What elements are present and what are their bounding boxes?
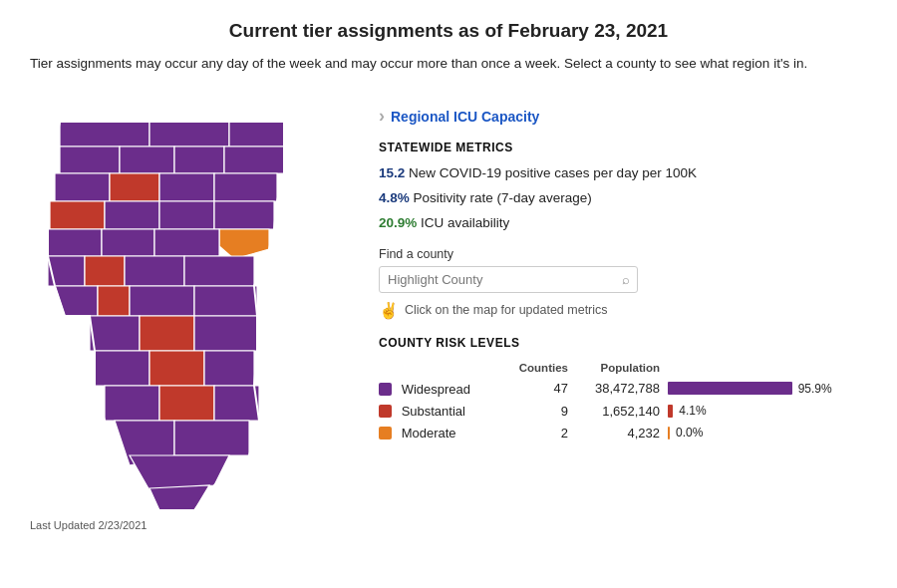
map-region-r6-2[interactable] <box>85 256 125 286</box>
map-region-r7-2[interactable] <box>98 286 130 316</box>
metric-icu-label: ICU availability <box>421 215 509 230</box>
population-count: 38,472,788 <box>576 378 668 400</box>
population-count: 1,652,140 <box>576 400 668 422</box>
metric-cases-label: New COVID-19 positive cases per day per … <box>409 165 697 180</box>
bar-cell: 4.1% <box>668 400 867 422</box>
risk-table: Counties Population Widespread 47 38,472… <box>379 360 867 443</box>
tier-label: Substantial <box>402 404 465 419</box>
map-region-r10-3[interactable] <box>214 386 259 421</box>
bar-pct: 95.9% <box>798 382 832 396</box>
bar-pct: 4.1% <box>679 404 706 418</box>
map-region-r3-1[interactable] <box>55 173 110 201</box>
map-region-r4-4[interactable] <box>214 201 274 229</box>
map-region-r9-1[interactable] <box>95 351 150 386</box>
risk-table-row: Widespread 47 38,472,788 95.9% <box>379 378 867 400</box>
search-input[interactable] <box>379 266 638 293</box>
right-panel: › Regional ICU Capacity STATEWIDE METRIC… <box>379 92 867 443</box>
tier-swatch <box>379 383 392 396</box>
tier-label: Widespread <box>402 382 470 397</box>
hand-icon: ✌ <box>379 301 399 320</box>
map-region-r2-4[interactable] <box>224 147 284 173</box>
map-region-r2-1[interactable] <box>60 147 120 173</box>
map-region-r6-4[interactable] <box>184 256 254 286</box>
bar-cell: 0.0% <box>668 422 867 443</box>
map-region-r5-moderate[interactable] <box>219 229 269 259</box>
bar-wrapper: 4.1% <box>668 404 859 418</box>
metric-positivity-label: Positivity rate (7-day average) <box>414 190 592 205</box>
find-county-label: Find a county <box>379 247 867 261</box>
map-region-r3-2[interactable] <box>110 173 159 201</box>
map-region-r4-3[interactable] <box>159 201 214 229</box>
metric-icu: 20.9% ICU availability <box>379 214 867 233</box>
metric-icu-value: 20.9% <box>379 215 417 230</box>
page-title: Current tier assignments as of February … <box>30 20 867 42</box>
metric-positivity-value: 4.8% <box>379 190 410 205</box>
counties-count: 2 <box>504 422 576 443</box>
col-counties: Counties <box>504 360 576 378</box>
risk-table-row: Substantial 9 1,652,140 4.1% <box>379 400 867 422</box>
county-risk-title: COUNTY RISK LEVELS <box>379 336 867 350</box>
map-region-r8-2[interactable] <box>140 316 194 351</box>
map-region-r2-2[interactable] <box>120 147 174 173</box>
col-bar <box>668 360 867 378</box>
map-region-north2[interactable] <box>150 122 229 147</box>
bar-pct: 0.0% <box>676 426 703 440</box>
map-region-r8-3[interactable] <box>194 316 257 351</box>
map-region-r7-3[interactable] <box>130 286 194 316</box>
counties-count: 9 <box>504 400 576 422</box>
metric-cases: 15.2 New COVID-19 positive cases per day… <box>379 164 867 183</box>
icu-link-text: Regional ICU Capacity <box>391 109 539 125</box>
map-region-r4-2[interactable] <box>105 201 159 229</box>
statewide-section-title: STATEWIDE METRICS <box>379 141 867 154</box>
map-region-r9-2[interactable] <box>150 351 204 386</box>
map-region-r4-1[interactable] <box>50 201 105 229</box>
bar <box>668 427 670 440</box>
map-region-r5-3[interactable] <box>154 229 219 256</box>
bar <box>668 405 673 418</box>
search-wrapper: ⌕ <box>379 266 638 293</box>
map-region-r3-4[interactable] <box>214 173 277 201</box>
icu-capacity-link[interactable]: › Regional ICU Capacity <box>379 106 867 127</box>
map-container: Last Updated 2/23/2021 <box>30 92 349 531</box>
map-region-r10-1[interactable] <box>105 386 159 421</box>
california-map[interactable] <box>30 92 339 510</box>
county-risk-section: COUNTY RISK LEVELS Counties Population W… <box>379 336 867 443</box>
last-updated: Last Updated 2/23/2021 <box>30 519 349 531</box>
col-population: Population <box>576 360 668 378</box>
map-region-r8-1[interactable] <box>90 316 140 351</box>
arrow-icon: › <box>379 106 385 127</box>
page-subtitle: Tier assignments may occur any day of th… <box>30 54 867 74</box>
bar-wrapper: 95.9% <box>668 382 859 396</box>
map-region-r9-3[interactable] <box>204 351 254 386</box>
tier-name-cell: Moderate <box>379 422 504 443</box>
bar <box>668 382 792 395</box>
search-icon: ⌕ <box>622 272 630 287</box>
map-region-north[interactable] <box>60 122 150 147</box>
map-region-r7-1[interactable] <box>55 286 98 316</box>
map-region-r2-3[interactable] <box>174 147 224 173</box>
tier-label: Moderate <box>402 426 456 441</box>
bar-wrapper: 0.0% <box>668 426 859 440</box>
map-region-r5-2[interactable] <box>102 229 154 256</box>
metric-positivity: 4.8% Positivity rate (7-day average) <box>379 189 867 208</box>
map-region-r3-3[interactable] <box>159 173 214 201</box>
bar-cell: 95.9% <box>668 378 867 400</box>
risk-table-row: Moderate 2 4,232 0.0% <box>379 422 867 443</box>
tier-name-cell: Widespread <box>379 378 504 400</box>
click-hint-text: Click on the map for updated metrics <box>405 303 608 317</box>
map-region-r5-1[interactable] <box>48 229 102 256</box>
tier-swatch <box>379 427 392 440</box>
map-region-r6-3[interactable] <box>125 256 184 286</box>
tier-swatch <box>379 405 392 418</box>
map-region-r10-2[interactable] <box>159 386 214 421</box>
population-count: 4,232 <box>576 422 668 443</box>
map-region-tail[interactable] <box>150 485 209 510</box>
col-tier <box>379 360 504 378</box>
counties-count: 47 <box>504 378 576 400</box>
click-hint: ✌ Click on the map for updated metrics <box>379 301 867 320</box>
metric-cases-value: 15.2 <box>379 165 405 180</box>
map-region-north3[interactable] <box>229 122 284 147</box>
map-region-r7-4[interactable] <box>194 286 257 316</box>
map-region-r11-2[interactable] <box>174 421 249 455</box>
tier-name-cell: Substantial <box>379 400 504 422</box>
